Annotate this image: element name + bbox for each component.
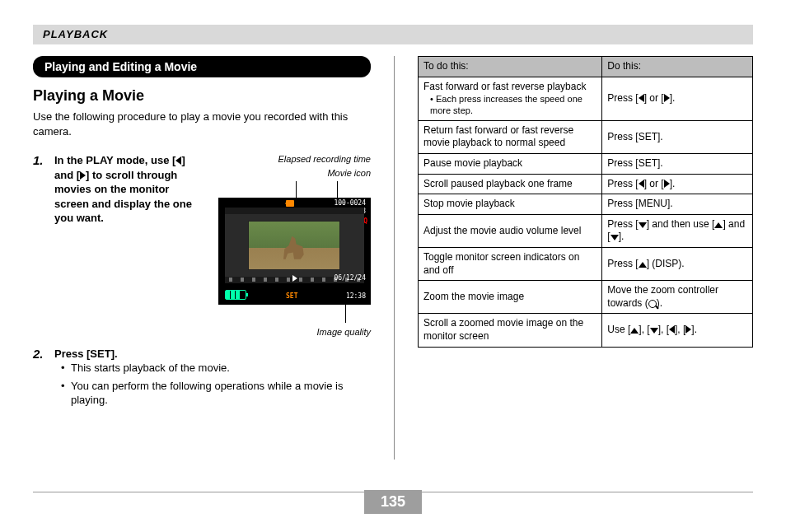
step-2-number: 2. (33, 347, 48, 411)
table-cell-do: Press [MENU]. (602, 194, 753, 215)
table-cell-do: Use [], [], [], []. (602, 314, 753, 347)
down-arrow-icon (611, 235, 619, 240)
right-arrow-icon (685, 325, 691, 334)
table-cell-todo: Return fast forward or fast reverse movi… (419, 120, 602, 153)
down-arrow-icon (650, 328, 658, 334)
right-arrow-icon (80, 171, 86, 180)
section-header: PLAYBACK (33, 25, 753, 44)
lcd-time: 12:38 (346, 292, 366, 301)
table-row: Scroll a zoomed movie image on the monit… (419, 314, 753, 347)
callout-elapsed: Elapsed recording time (214, 153, 371, 166)
controls-table: To do this: Do this: Fast forward or fas… (418, 56, 753, 348)
left-arrow-icon (639, 94, 644, 102)
lcd-date: 06/12/24 (334, 274, 366, 283)
left-arrow-icon (669, 325, 675, 334)
table-row: Fast forward or fast reverse playbackEac… (419, 77, 753, 120)
step-2-bullets: This starts playback of the movie. You c… (54, 361, 371, 408)
step-2: 2. Press [SET]. This starts playback of … (33, 347, 371, 411)
page-footer: 135 (33, 492, 753, 516)
step-1-number: 1. (33, 153, 48, 338)
right-arrow-icon (664, 94, 670, 102)
lcd-set-label: SET (286, 292, 297, 301)
table-cell-do: Press [] or []. (602, 77, 753, 120)
callout-image-quality: Image quality (214, 326, 371, 338)
up-arrow-icon (630, 328, 639, 334)
table-cell-todo: Zoom the movie image (419, 281, 602, 314)
step-1-text: In the PLAY mode, use [] and [] to scrol… (54, 153, 206, 338)
table-cell-do: Press [SET]. (602, 120, 753, 153)
table-cell-todo: Pause movie playback (419, 153, 602, 174)
table-row: Toggle monitor screen indicators on and … (419, 247, 753, 280)
up-arrow-icon (714, 222, 723, 228)
intro-text: Use the following procedure to play a mo… (33, 110, 371, 138)
table-header-do: Do this: (602, 57, 753, 77)
up-arrow-icon (639, 262, 647, 268)
list-item: This starts playback of the movie. (71, 361, 371, 376)
table-cell-do: Press [] (DISP). (602, 247, 753, 280)
movie-icon (286, 200, 294, 207)
list-item: You can perform the following operations… (71, 379, 371, 408)
right-arrow-icon (664, 180, 670, 188)
table-row: Pause movie playbackPress [SET]. (419, 153, 753, 174)
table-row: Return fast forward or fast reverse movi… (419, 120, 753, 153)
table-cell-todo: Scroll a zoomed movie image on the monit… (419, 314, 602, 347)
callout-movie-icon: Movie icon (214, 167, 371, 180)
right-column: To do this: Do this: Fast forward or fas… (418, 56, 753, 460)
lcd-diagram: Elapsed recording time Movie icon 100-00… (214, 153, 371, 338)
play-icon (292, 275, 297, 282)
step-2-title: Press [SET]. (54, 347, 371, 362)
step-1: 1. In the PLAY mode, use [] and [] to sc… (33, 153, 371, 338)
left-column: Playing and Editing a Movie Playing a Mo… (33, 56, 371, 460)
table-cell-todo: Scroll paused playback one frame (419, 174, 602, 194)
battery-icon (225, 290, 246, 300)
table-cell-todo: Fast forward or fast reverse playbackEac… (419, 77, 602, 120)
left-arrow-icon (639, 180, 644, 188)
table-header-todo: To do this: (419, 57, 602, 77)
magnifier-icon (648, 300, 657, 308)
table-cell-do: Move the zoom controller towards (). (602, 281, 753, 314)
page-title: Playing a Movie (33, 87, 371, 105)
table-row: Adjust the movie audio volume levelPress… (419, 214, 753, 247)
table-cell-do: Press [] and then use [] and []. (602, 214, 753, 247)
table-cell-todo: Toggle monitor screen indicators on and … (419, 247, 602, 280)
page-number: 135 (364, 490, 422, 514)
table-row: Scroll paused playback one framePress []… (419, 174, 753, 194)
down-arrow-icon (639, 222, 647, 228)
table-cell-todo: Adjust the movie audio volume level (419, 214, 602, 247)
table-row: Stop movie playbackPress [MENU]. (419, 194, 753, 215)
lcd-screen: 100-0024 00:08:23 HQ 06/12/24 12:38 SET (218, 198, 371, 305)
table-cell-do: Press [SET]. (602, 153, 753, 174)
table-cell-todo: Stop movie playback (419, 194, 602, 215)
table-row: Zoom the movie imageMove the zoom contro… (419, 281, 753, 314)
section-title: Playing and Editing a Movie (33, 56, 371, 77)
content-columns: Playing and Editing a Movie Playing a Mo… (33, 56, 753, 460)
column-divider (394, 56, 395, 460)
movie-thumbnail (248, 221, 340, 270)
table-cell-do: Press [] or []. (602, 174, 753, 194)
